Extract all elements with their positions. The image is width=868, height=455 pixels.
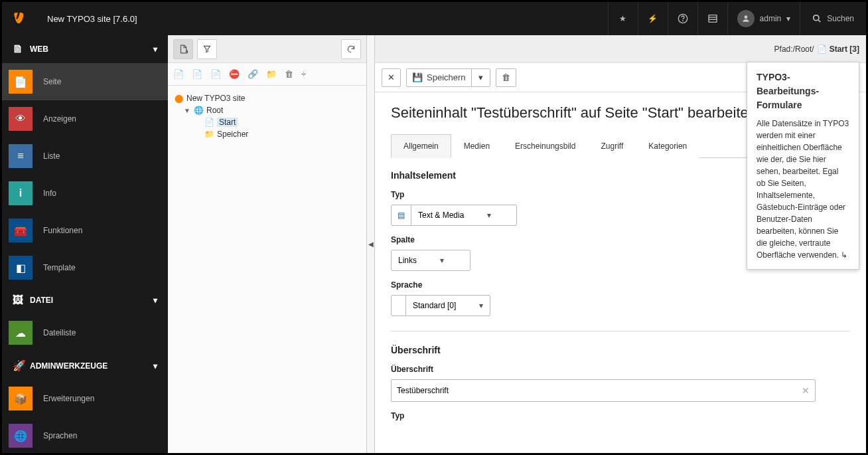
save-dropdown-button[interactable]: ▾: [472, 68, 490, 87]
application-icon[interactable]: [697, 2, 727, 35]
chevron-down-icon: ▾: [153, 361, 157, 371]
chevron-down-icon: ▾: [433, 256, 451, 265]
tree-root[interactable]: ⬤ New TYPO3 site: [173, 92, 361, 104]
module-item-liste[interactable]: ≡ Liste: [2, 137, 168, 175]
image-icon: 🖼: [13, 294, 30, 306]
module-item-erweiterungen[interactable]: 📦 Erweiterungen: [2, 380, 168, 417]
module-group-adminwerkzeuge[interactable]: 🚀 ADMINWERKZEUGE ▾: [2, 351, 168, 380]
folder-icon: 📁: [204, 130, 214, 139]
tree-node-root[interactable]: ▼ 🌐 Root: [184, 104, 361, 116]
popover-body: Alle Datensätze in TYPO3 werden mit eine…: [757, 118, 849, 261]
tree-sub-toolbar: 📄 📄 📄 ⛔ 🔗 📁 🗑 ÷: [168, 63, 366, 86]
module-item-info[interactable]: i Info: [2, 175, 168, 212]
tree-node-start[interactable]: 📄 Start: [194, 116, 361, 128]
template-icon: ◧: [9, 256, 33, 280]
select-spalte[interactable]: Links ▾: [391, 250, 470, 271]
svg-point-1: [682, 21, 683, 21]
input-ueberschrift-wrap: ✕: [391, 379, 816, 402]
trash-icon[interactable]: 🗑: [285, 69, 293, 79]
search-box[interactable]: Suchen: [800, 2, 866, 35]
page-shortcut-icon[interactable]: 📄: [210, 69, 221, 79]
tab-erscheinungsbild[interactable]: Erscheinungsbild: [502, 134, 588, 158]
breadcrumb: Pfad: /Root/ 📄 Start [3]: [375, 35, 866, 63]
site-title: New TYPO3 site [7.6.0]: [35, 14, 608, 24]
label-typ2: Typ: [391, 411, 850, 420]
collapse-tree-handle[interactable]: ◀: [367, 35, 375, 453]
page-link-icon[interactable]: 🔗: [248, 69, 258, 79]
label-sprache: Sprache: [391, 280, 850, 290]
module-item-anzeigen[interactable]: 👁 Anzeigen: [2, 100, 168, 137]
cache-icon[interactable]: ⚡: [638, 2, 668, 35]
module-group-web[interactable]: 🗎 WEB ▾: [2, 35, 168, 63]
close-button[interactable]: ✕: [382, 68, 401, 87]
module-item-seite[interactable]: 📄 Seite: [2, 63, 168, 100]
filter-button[interactable]: [197, 39, 217, 59]
svg-rect-2: [709, 15, 717, 23]
info-icon: i: [9, 181, 33, 205]
tree-node-speicher[interactable]: 📁 Speicher: [194, 128, 361, 140]
tab-medien[interactable]: Medien: [451, 134, 502, 158]
eye-icon: 👁: [9, 107, 33, 131]
globe-icon: 🌐: [9, 424, 33, 448]
svg-line-7: [818, 20, 821, 23]
page-icon: 📄: [9, 70, 33, 94]
chevron-down-icon: ▾: [153, 296, 157, 305]
chevron-down-icon: ▾: [472, 301, 490, 310]
tab-kategorien[interactable]: Kategorien: [636, 134, 699, 158]
toolbox-icon: 🧰: [9, 219, 33, 242]
avatar-icon: [737, 10, 755, 27]
search-label: Suchen: [827, 14, 854, 23]
select-sprache[interactable]: Standard [0] ▾: [391, 295, 490, 316]
refresh-button[interactable]: [341, 39, 361, 59]
page-icon: 📄: [817, 45, 827, 54]
tab-zugriff[interactable]: Zugriff: [588, 134, 636, 158]
input-ueberschrift[interactable]: [397, 386, 802, 395]
popover-title: TYPO3-Bearbeitungs-Formulare: [757, 70, 849, 112]
select-sprache-input[interactable]: Standard [0]: [406, 296, 472, 316]
bookmark-icon[interactable]: ★: [608, 2, 638, 35]
folder-icon[interactable]: 📁: [266, 69, 277, 79]
document-icon: 🗎: [13, 43, 30, 55]
flag-icon: [392, 296, 406, 316]
more-icon[interactable]: ↳: [841, 250, 847, 260]
typo3-icon: ⬤: [173, 94, 184, 103]
module-item-dateiliste[interactable]: ☁ Dateiliste: [2, 314, 168, 351]
module-item-sprachen[interactable]: 🌐 Sprachen: [2, 417, 168, 453]
page-tree: ⬤ New TYPO3 site ▼ 🌐 Root 📄 Start: [168, 86, 366, 453]
topbar: New TYPO3 site [7.6.0] ★ ⚡ admin ▾: [2, 2, 866, 35]
list-icon: ≡: [9, 144, 33, 168]
chevron-down-icon: ▾: [480, 211, 498, 220]
search-icon: [812, 14, 822, 23]
svg-point-6: [814, 15, 819, 21]
module-group-datei[interactable]: 🖼 DATEI ▾: [2, 286, 168, 314]
svg-text:＋: ＋: [185, 48, 188, 53]
breadcrumb-root[interactable]: /Root/: [793, 45, 814, 54]
page-stop-icon[interactable]: ⛔: [229, 69, 240, 79]
delete-button[interactable]: 🗑: [496, 68, 516, 87]
tab-allgemein[interactable]: Allgemein: [391, 134, 451, 158]
select-typ[interactable]: ▤ Text & Media ▾: [391, 205, 517, 226]
select-spalte-input[interactable]: Links: [392, 250, 433, 270]
content-area: Pfad: /Root/ 📄 Start [3] ✕ 💾 Speichern ▾…: [375, 35, 866, 453]
svg-point-5: [744, 15, 747, 19]
section-ueberschrift: Überschrift: [391, 345, 850, 355]
new-page-button[interactable]: ＋: [173, 39, 193, 59]
page-backend-icon[interactable]: 📄: [192, 69, 202, 79]
save-button[interactable]: 💾 Speichern: [406, 68, 472, 87]
collapse-icon[interactable]: ▼: [184, 107, 190, 114]
help-icon[interactable]: [668, 2, 697, 35]
module-item-funktionen[interactable]: 🧰 Funktionen: [2, 212, 168, 249]
page-icon: 📄: [204, 118, 214, 127]
clear-icon[interactable]: ✕: [802, 385, 810, 396]
module-item-template[interactable]: ◧ Template: [2, 249, 168, 286]
save-icon: 💾: [412, 72, 423, 82]
breadcrumb-current: Start [3]: [830, 45, 859, 54]
user-menu[interactable]: admin ▾: [727, 2, 800, 35]
package-icon: 📦: [9, 387, 33, 410]
typo3-logo[interactable]: [2, 2, 35, 35]
page-standard-icon[interactable]: 📄: [173, 69, 184, 79]
select-typ-input[interactable]: Text & Media: [411, 205, 480, 225]
content-type-icon: ▤: [392, 205, 411, 225]
help-popover: TYPO3-Bearbeitungs-Formulare Alle Datens…: [747, 62, 859, 270]
divider-icon[interactable]: ÷: [301, 69, 306, 79]
